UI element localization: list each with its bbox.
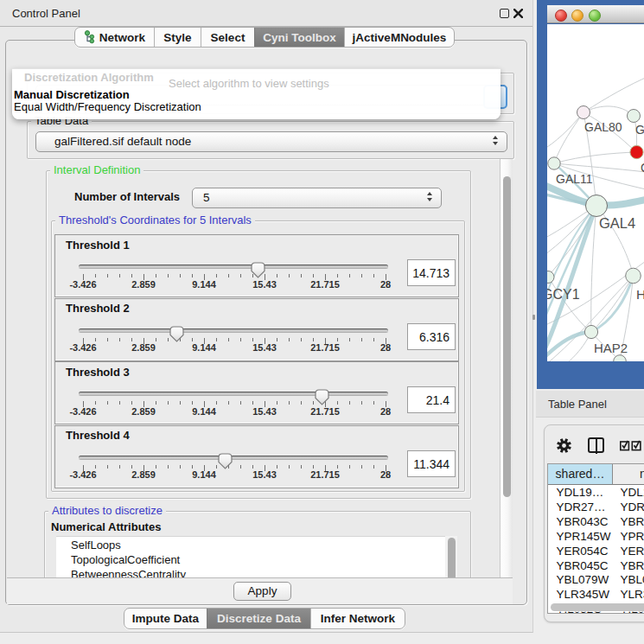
svg-text:HAP2: HAP2 — [594, 341, 628, 355]
svg-text:GAL11: GAL11 — [556, 172, 593, 186]
svg-text:GA: GA — [635, 123, 644, 137]
svg-text:GAL80: GAL80 — [584, 120, 622, 134]
svg-text:GCY1: GCY1 — [547, 287, 580, 302]
svg-text:H: H — [636, 287, 644, 302]
svg-text:CD: CD — [641, 161, 644, 175]
svg-text:GAL4: GAL4 — [599, 215, 635, 231]
